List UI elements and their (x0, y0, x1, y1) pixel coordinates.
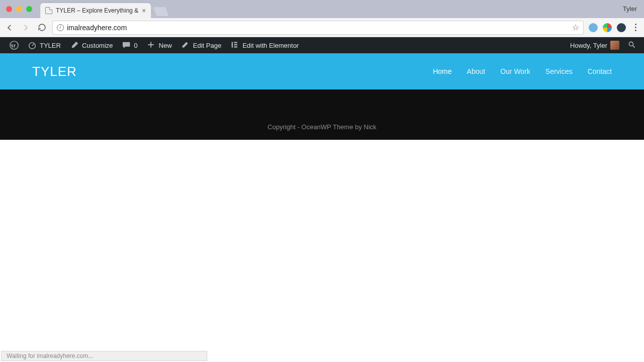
nav-contact[interactable]: Contact (588, 67, 612, 75)
browser-tab-strip: TYLER – Explore Everything & × Tyler (0, 0, 644, 18)
brush-icon (70, 41, 79, 50)
site-footer: Copyright - OceanWP Theme by Nick (0, 89, 644, 140)
wp-site-name-label: TYLER (40, 42, 61, 49)
wp-howdy-text: Howdy, Tyler (570, 42, 607, 49)
avatar (610, 41, 619, 50)
wp-site-name[interactable]: TYLER (23, 37, 65, 53)
plus-icon (147, 41, 156, 50)
svg-rect-3 (234, 42, 237, 43)
pencil-icon (181, 41, 190, 50)
nav-our-work[interactable]: Our Work (500, 67, 530, 75)
wp-edit-elementor[interactable]: Edit with Elementor (226, 37, 303, 53)
nav-home[interactable]: Home (433, 67, 451, 75)
window-controls (6, 6, 32, 12)
browser-toolbar: imalreadyhere.com ☆ (0, 18, 644, 37)
browser-tab-active[interactable]: TYLER – Explore Everything & × (40, 3, 151, 18)
wp-edit-page-label: Edit Page (193, 42, 221, 49)
wp-user-menu[interactable]: Howdy, Tyler (566, 41, 624, 50)
browser-profile-label[interactable]: Tyler (623, 5, 637, 13)
tab-close-button[interactable]: × (142, 7, 146, 14)
extension-icon-1[interactable] (589, 23, 598, 32)
dashboard-icon (28, 41, 37, 50)
svg-rect-4 (234, 44, 237, 45)
wp-admin-bar: TYLER Customize 0 New Edit Page Edit wit… (0, 37, 644, 53)
forward-button[interactable] (20, 22, 31, 33)
page-icon (45, 7, 52, 14)
footer-copyright: Copyright - OceanWP Theme by Nick (268, 123, 376, 131)
close-window-button[interactable] (6, 6, 12, 12)
new-tab-button[interactable] (153, 7, 169, 16)
tab-title: TYLER – Explore Everything & (56, 7, 138, 14)
url-text: imalreadyhere.com (67, 24, 127, 32)
wp-new[interactable]: New (142, 37, 177, 53)
nav-services[interactable]: Services (545, 67, 573, 75)
address-bar[interactable]: imalreadyhere.com ☆ (52, 21, 584, 35)
wp-customize[interactable]: Customize (65, 37, 117, 53)
wordpress-logo-icon (10, 41, 19, 50)
site-info-icon[interactable] (57, 24, 64, 31)
wp-comments-count: 0 (134, 42, 137, 49)
nav-about[interactable]: About (467, 67, 486, 75)
bookmark-star-icon[interactable]: ☆ (572, 23, 579, 32)
svg-rect-5 (234, 46, 237, 47)
wp-edit-page[interactable]: Edit Page (177, 37, 226, 53)
primary-nav: Home About Our Work Services Contact (433, 67, 612, 75)
svg-point-6 (629, 42, 633, 46)
browser-menu-button[interactable] (631, 24, 640, 31)
svg-point-0 (10, 41, 18, 49)
extension-profile-icon[interactable] (617, 23, 626, 32)
wp-edit-elementor-label: Edit with Elementor (243, 42, 299, 49)
wp-new-label: New (159, 42, 172, 49)
wp-logo-menu[interactable] (5, 37, 23, 53)
wp-customize-label: Customize (82, 42, 113, 49)
back-button[interactable] (4, 22, 15, 33)
elementor-icon (230, 41, 239, 50)
fullscreen-window-button[interactable] (26, 6, 32, 12)
extension-icon-2[interactable] (603, 23, 612, 32)
search-icon (628, 41, 637, 50)
wp-comments[interactable]: 0 (117, 37, 142, 53)
wp-search[interactable] (626, 41, 639, 50)
comment-icon (122, 41, 131, 50)
minimize-window-button[interactable] (16, 6, 22, 12)
site-title[interactable]: TYLER (32, 64, 77, 79)
browser-status-bar: Waiting for imalreadyhere.com... (1, 351, 207, 361)
svg-rect-2 (231, 42, 232, 47)
reload-button[interactable] (36, 22, 47, 33)
site-header: TYLER Home About Our Work Services Conta… (0, 53, 644, 89)
